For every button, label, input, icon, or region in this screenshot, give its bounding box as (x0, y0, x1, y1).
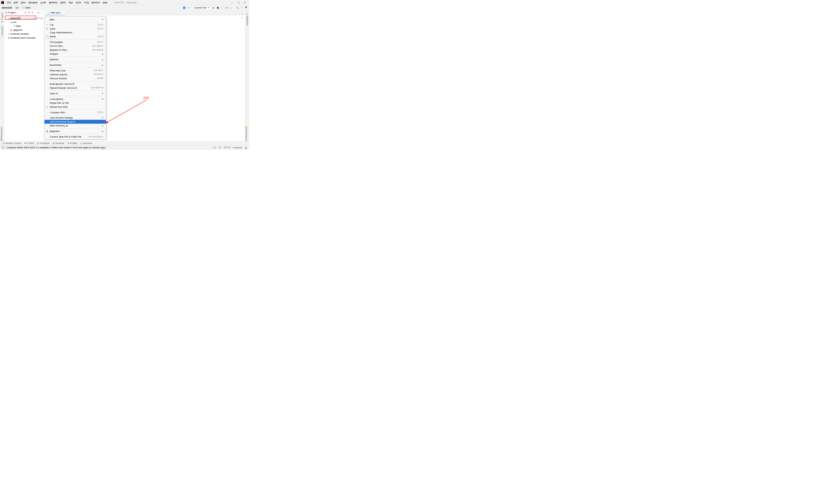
context-menu-item[interactable]: New▶ (45, 17, 106, 21)
collapse-arrow-icon[interactable]: › (5, 33, 7, 35)
expand-all-icon[interactable]: ≑ (28, 12, 30, 14)
context-menu-item[interactable]: ⧉CopyCtrl+C (45, 27, 106, 31)
terminal-button[interactable]: ⧉Terminal (53, 142, 64, 145)
breadcrumb-file[interactable]: Main (25, 6, 31, 9)
menu-tools[interactable]: Tools (74, 0, 83, 4)
maximize-icon[interactable]: ▢ (238, 1, 240, 4)
settings-icon[interactable]: ⚙ (37, 12, 40, 14)
bookmarks-tool-button[interactable]: 🔖 Bookmarks (0, 127, 3, 141)
chevron-down-icon[interactable]: ▼ (16, 12, 18, 14)
context-menu-item[interactable]: Find in Files...Ctrl+Shift+F (45, 44, 106, 48)
context-menu-item[interactable]: Open In▶ (45, 91, 106, 95)
project-tool-button[interactable]: ■ Project (1, 13, 3, 23)
tab-options-icon[interactable]: ⋮ (239, 13, 245, 15)
profiler-icon[interactable]: ◷▾ (225, 6, 228, 9)
context-menu-item[interactable]: ▦Diagrams▶ (45, 129, 106, 133)
context-menu-item[interactable]: Open Module SettingsF4 (45, 116, 106, 120)
editor-tab[interactable]: ⓒ Main.java × (45, 11, 65, 15)
breadcrumb[interactable]: demo123 〉 src 〉 ⓒ Main (2, 6, 31, 9)
readonly-lock-icon[interactable]: 🔒 (244, 146, 247, 149)
minimize-icon[interactable]: — (231, 1, 234, 4)
menu-view[interactable]: View (19, 0, 27, 4)
search-icon[interactable]: 🔍 (236, 6, 239, 9)
services-button[interactable]: ◎Services (80, 142, 92, 145)
breadcrumb-folder[interactable]: src (16, 6, 19, 9)
user-icon[interactable]: 👤▾ (183, 6, 187, 9)
tree-gitignore[interactable]: ◧ .gitignore (4, 28, 44, 32)
debug-icon[interactable]: 🐞 (217, 6, 219, 9)
version-control-button[interactable]: ⎇Version Control (2, 142, 21, 145)
context-menu-item[interactable]: Local History▶ (45, 97, 106, 101)
menu-edit[interactable]: Edit (13, 0, 19, 4)
database-tool-button[interactable]: ☰ Database (246, 13, 249, 26)
problems-icon: ⊘ (37, 142, 39, 145)
profiler-icon: ◔ (67, 142, 69, 145)
inspection-ok-icon[interactable]: ✔ (241, 16, 243, 19)
context-menu-item[interactable]: Rebuild Module 'demo123'Ctrl+Shift+F9 (45, 86, 106, 90)
structure-tool-button[interactable]: ⬚ Structure (1, 26, 3, 38)
indent-setting[interactable]: 4 spaces (233, 146, 242, 149)
problems-button[interactable]: ⊘Problems (37, 142, 50, 145)
update-icon[interactable]: ⬆ (241, 6, 243, 9)
ide-services-icon[interactable] (244, 6, 247, 9)
menu-build[interactable]: Build (59, 0, 67, 4)
menu-window[interactable]: Window (90, 0, 101, 4)
menu-refactor[interactable]: Refactor (48, 0, 59, 4)
context-menu-item[interactable]: Repair IDE on File (45, 101, 106, 105)
select-opened-icon[interactable]: ⊕ (24, 12, 27, 14)
tree-main-class[interactable]: ⓒ Main (4, 24, 44, 28)
collapse-all-icon[interactable]: ≐ (32, 12, 33, 14)
context-menu-item[interactable]: Refactor▶ (45, 57, 106, 61)
menu-navigate[interactable]: Navigate (27, 0, 39, 4)
context-menu-item[interactable]: ⟳Reload from Disk (45, 105, 106, 109)
cursor-position[interactable]: 1:1 (213, 146, 216, 149)
close-icon[interactable]: ✕ (244, 1, 246, 4)
java-class-icon: ⓒ (13, 24, 15, 28)
coverage-icon[interactable]: ⤹ (221, 6, 223, 9)
breadcrumb-project[interactable]: demo123 (2, 6, 12, 9)
notifications-tool-button[interactable]: 🔔 Notifications (245, 126, 247, 141)
submenu-arrow-icon: ▶ (102, 64, 103, 66)
context-menu-item[interactable]: Copy Path/Reference... (45, 31, 106, 35)
build-hammer-icon[interactable]: ↖ (189, 6, 190, 9)
context-menu-item[interactable]: Convert Java File to Kotlin FileCtrl+Alt… (45, 134, 106, 139)
chevron-down-icon: ▼ (207, 6, 209, 8)
menu-file[interactable]: File (5, 0, 12, 4)
context-menu-item[interactable]: ✂CutCtrl+X (45, 23, 106, 27)
tree-src-folder[interactable]: ⌄ ▬ src (4, 20, 44, 24)
context-menu-item[interactable]: Replace in Files...Ctrl+Shift+R (45, 48, 106, 52)
context-menu-item[interactable]: Analyze▶ (45, 52, 106, 56)
tree-project-root[interactable]: ⌄ ▬ demo123 C:\Users\a\IdeaProje (4, 16, 44, 20)
context-menu-item[interactable]: Add Framework Support... (45, 120, 106, 124)
profiler-button[interactable]: ◔Profiler (67, 142, 78, 145)
tree-external-libraries[interactable]: › ⫿⫿ External Libraries (4, 32, 44, 36)
status-message[interactable]: Localized IntelliJ IDEA 2023.1 is availa… (6, 146, 106, 149)
menu-vcs[interactable]: VCS (83, 0, 90, 4)
project-panel-title[interactable]: Project (8, 12, 15, 14)
expand-arrow-icon[interactable]: ⌄ (8, 21, 11, 23)
context-menu-item[interactable]: Find UsagesAlt+F7 (45, 40, 106, 44)
menu-help[interactable]: Help (101, 0, 109, 4)
context-menu-item[interactable]: →←Compare With...Ctrl+D (45, 110, 106, 114)
bookmarks-strip: 🔖 Bookmarks (0, 127, 4, 141)
context-menu-item[interactable]: Mark Directory as▶ (45, 124, 106, 128)
context-menu-item[interactable]: Build Module 'demo123' (45, 82, 106, 86)
context-menu-item[interactable]: Remove ModuleDelete (45, 76, 106, 80)
context-menu-item[interactable]: Optimize ImportsCtrl+Alt+O (45, 72, 106, 76)
tab-close-icon[interactable]: × (62, 12, 63, 14)
run-icon[interactable]: ▶ (213, 6, 215, 9)
menu-run[interactable]: Run (67, 0, 74, 4)
context-menu-item[interactable]: 📋PasteCtrl+V (45, 35, 106, 39)
expand-arrow-icon[interactable]: ⌄ (5, 17, 7, 19)
context-menu-item[interactable]: Bookmarks▶ (45, 63, 106, 67)
tree-scratches[interactable]: ◩ Scratches and Consoles (4, 36, 44, 40)
stop-icon[interactable]: ■ (230, 6, 231, 9)
menu-code[interactable]: Code (39, 0, 48, 4)
line-separator[interactable]: LF (219, 146, 221, 149)
context-menu-item[interactable]: Reformat CodeCtrl+Alt+L (45, 69, 106, 72)
run-config-selector[interactable]: Current File ▼ (192, 5, 211, 9)
todo-button[interactable]: ≔TODO (24, 142, 34, 145)
hide-icon[interactable]: — (41, 12, 43, 14)
file-encoding[interactable]: UTF-8 (224, 146, 230, 149)
menu-item-label: Remove Module (50, 77, 67, 79)
